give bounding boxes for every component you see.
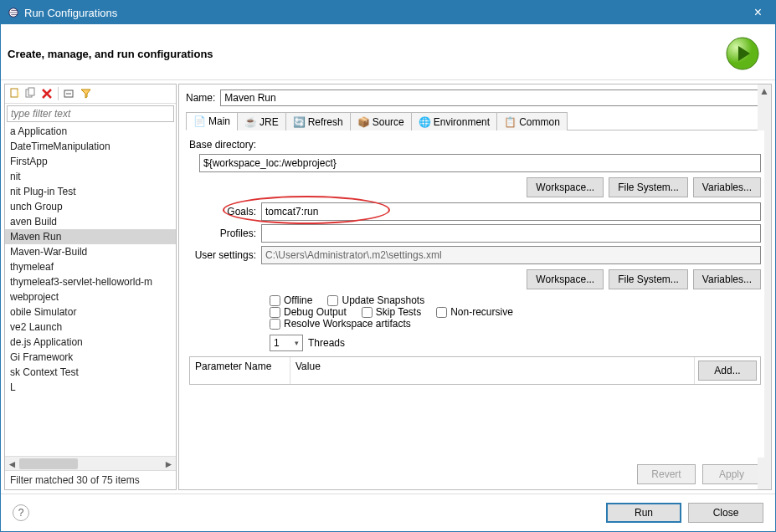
window-title: Run Configurations bbox=[24, 7, 748, 19]
delete-config-icon[interactable] bbox=[40, 87, 54, 100]
filter-status: Filter matched 30 of 75 items bbox=[5, 470, 176, 489]
debug-label: Debug Output bbox=[284, 306, 347, 318]
debug-output-checkbox[interactable]: Debug Output bbox=[270, 306, 347, 318]
revert-button[interactable]: Revert bbox=[637, 464, 696, 484]
tab-label: JRE bbox=[260, 116, 279, 128]
tree-item[interactable]: ve2 Launch bbox=[5, 320, 176, 335]
profiles-label: Profiles: bbox=[189, 228, 256, 239]
scroll-thumb[interactable] bbox=[19, 458, 78, 469]
eclipse-icon bbox=[8, 7, 19, 18]
offline-checkbox[interactable]: Offline bbox=[270, 294, 312, 306]
update-label: Update Snapshots bbox=[342, 294, 424, 306]
tab-bar: 📄Main☕JRE🔄Refresh📦Source🌐Environment📋Com… bbox=[186, 111, 764, 130]
profiles-input[interactable] bbox=[261, 224, 761, 243]
tree-item[interactable]: unch Group bbox=[5, 199, 176, 214]
separator bbox=[58, 87, 59, 100]
tree-item[interactable]: de.js Application bbox=[5, 335, 176, 350]
close-icon[interactable]: × bbox=[748, 5, 768, 20]
workspace-button-2[interactable]: Workspace... bbox=[527, 269, 604, 289]
tab-source[interactable]: 📦Source bbox=[350, 112, 412, 130]
param-name-header: Parameter Name bbox=[190, 357, 290, 384]
nonrec-label: Non-recursive bbox=[450, 306, 513, 318]
goals-input[interactable] bbox=[261, 202, 761, 221]
skip-tests-checkbox[interactable]: Skip Tests bbox=[362, 306, 421, 318]
tab-icon: 📦 bbox=[357, 116, 369, 128]
tree-item[interactable]: thymeleaf bbox=[5, 259, 176, 274]
update-snapshots-checkbox[interactable]: Update Snapshots bbox=[327, 294, 424, 306]
threads-label: Threads bbox=[308, 337, 345, 349]
tree-item[interactable]: aven Build bbox=[5, 214, 176, 229]
skip-label: Skip Tests bbox=[376, 306, 421, 318]
tree-item[interactable]: Gi Framework bbox=[5, 350, 176, 365]
resolve-workspace-checkbox[interactable]: Resolve Workspace artifacts bbox=[270, 318, 411, 330]
tree-item[interactable]: nit bbox=[5, 169, 176, 184]
scroll-left-icon[interactable]: ◄ bbox=[5, 457, 19, 471]
tab-icon: 🌐 bbox=[419, 116, 430, 128]
header: Create, manage, and run configurations bbox=[1, 24, 775, 80]
collapse-all-icon[interactable] bbox=[63, 87, 76, 100]
tab-label: Main bbox=[208, 115, 230, 127]
tab-label: Common bbox=[519, 116, 560, 128]
scroll-right-icon[interactable]: ► bbox=[162, 457, 176, 471]
tree-item[interactable]: thymeleaf3-servlet-helloworld-m bbox=[5, 274, 176, 289]
run-button[interactable]: Run bbox=[606, 503, 681, 523]
file-system-button[interactable]: File System... bbox=[609, 177, 688, 197]
tab-label: Source bbox=[373, 116, 404, 128]
new-config-icon[interactable] bbox=[8, 87, 22, 100]
variables-button-2[interactable]: Variables... bbox=[693, 269, 761, 289]
tree-item[interactable]: Maven Run bbox=[5, 229, 176, 244]
tab-main[interactable]: 📄Main bbox=[186, 112, 238, 130]
base-dir-label: Base directory: bbox=[189, 139, 761, 151]
scroll-up-icon[interactable]: ▲ bbox=[758, 84, 771, 98]
tab-common[interactable]: 📋Common bbox=[496, 112, 568, 130]
resolve-label: Resolve Workspace artifacts bbox=[284, 318, 411, 330]
config-detail-panel: ▲ Name: 📄Main☕JRE🔄Refresh📦Source🌐Environ… bbox=[178, 84, 772, 490]
tab-jre[interactable]: ☕JRE bbox=[237, 112, 286, 130]
help-icon[interactable]: ? bbox=[13, 504, 29, 521]
tree-item[interactable]: sk Context Test bbox=[5, 365, 176, 380]
filter-icon[interactable] bbox=[79, 87, 92, 100]
filter-input[interactable] bbox=[7, 105, 174, 122]
horizontal-scrollbar[interactable]: ◄ ► bbox=[5, 456, 176, 470]
base-dir-input[interactable] bbox=[199, 154, 761, 172]
tree-item[interactable]: a Application bbox=[5, 124, 176, 139]
chevron-down-icon[interactable]: ▾ bbox=[295, 339, 299, 347]
config-tree[interactable]: a ApplicationDateTimeManipulationFirstAp… bbox=[5, 124, 176, 456]
duplicate-config-icon[interactable] bbox=[24, 87, 38, 100]
tab-icon: 🔄 bbox=[293, 116, 305, 128]
param-value-header: Value bbox=[290, 357, 695, 384]
main-tab-content: Base directory: Workspace... File System… bbox=[186, 130, 764, 458]
tab-environment[interactable]: 🌐Environment bbox=[411, 112, 497, 130]
variables-button[interactable]: Variables... bbox=[693, 177, 761, 197]
name-input[interactable] bbox=[220, 90, 764, 106]
page-title: Create, manage, and run configurations bbox=[8, 48, 725, 60]
titlebar: Run Configurations × bbox=[1, 1, 775, 24]
tree-item[interactable]: webproject bbox=[5, 289, 176, 304]
threads-value: 1 bbox=[274, 337, 295, 349]
tab-refresh[interactable]: 🔄Refresh bbox=[285, 112, 351, 130]
close-button[interactable]: Close bbox=[688, 503, 763, 523]
tree-item[interactable]: obile Simulator bbox=[5, 304, 176, 320]
user-settings-label: User settings: bbox=[189, 249, 256, 261]
tree-item[interactable]: nit Plug-in Test bbox=[5, 184, 176, 199]
tree-item[interactable]: DateTimeManipulation bbox=[5, 139, 176, 154]
add-parameter-button[interactable]: Add... bbox=[698, 361, 757, 381]
non-recursive-checkbox[interactable]: Non-recursive bbox=[436, 306, 513, 318]
apply-button[interactable]: Apply bbox=[702, 464, 761, 484]
tab-icon: ☕ bbox=[244, 116, 256, 128]
file-system-button-2[interactable]: File System... bbox=[609, 269, 688, 289]
tab-label: Refresh bbox=[308, 116, 343, 128]
run-icon bbox=[725, 36, 760, 71]
tab-icon: 📄 bbox=[193, 115, 205, 127]
threads-spinner[interactable]: 1 ▾ bbox=[270, 335, 303, 351]
tree-item[interactable]: Maven-War-Build bbox=[5, 244, 176, 259]
user-settings-input[interactable] bbox=[261, 246, 761, 264]
offline-label: Offline bbox=[284, 294, 312, 306]
goals-label: Goals: bbox=[189, 206, 256, 217]
parameter-table: Parameter Name Value Add... bbox=[189, 356, 761, 385]
svg-rect-4 bbox=[28, 88, 34, 95]
tree-item[interactable]: L bbox=[5, 380, 176, 395]
svg-rect-2 bbox=[11, 89, 18, 97]
tree-item[interactable]: FirstApp bbox=[5, 154, 176, 169]
workspace-button[interactable]: Workspace... bbox=[527, 177, 604, 197]
